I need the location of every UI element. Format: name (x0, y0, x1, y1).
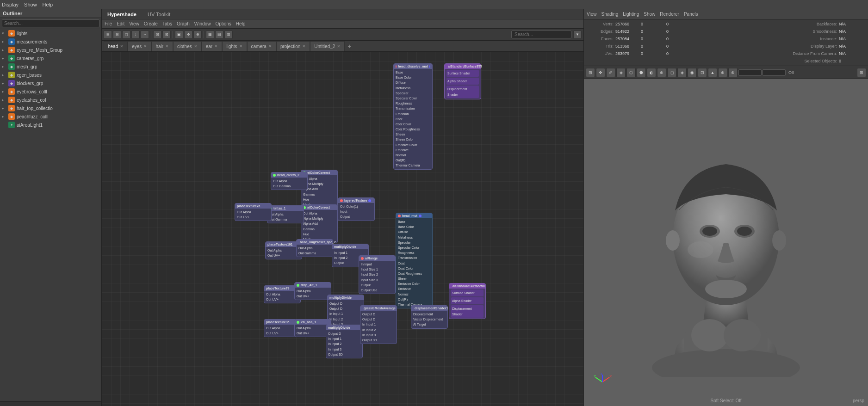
toolbar-btn-zoom[interactable]: ⊕ (193, 31, 202, 39)
tab-uv-toolkit[interactable]: UV Toolkit (145, 11, 173, 18)
vp-val2-input[interactable]: 1.00 (763, 69, 786, 76)
tab-hair[interactable]: hair ✕ (151, 41, 173, 51)
tab-untitled2[interactable]: Untitled_2 ✕ (310, 41, 345, 51)
hypershade-search-input[interactable] (511, 31, 571, 38)
menu-create[interactable]: Create (144, 21, 158, 26)
tab-lights-close[interactable]: ✕ (239, 44, 243, 49)
node-tattas[interactable]: tattas_1 Out Alpha Out Gamma (267, 205, 304, 223)
menu-window[interactable]: Window (194, 21, 211, 26)
node-glass-mesh[interactable]: glassicMeshAverage Output D Output D In … (360, 305, 397, 344)
toolbar-btn-4[interactable]: ↕ (131, 31, 140, 39)
node-ai-range[interactable]: aiRange In Input Input Size 1 Input Size… (359, 255, 396, 294)
tab-camera[interactable]: camera ✕ (247, 41, 276, 51)
menu-graph[interactable]: Graph (177, 21, 190, 26)
vp-btn-15[interactable]: ⊛ (728, 68, 738, 77)
menu-show[interactable]: Show (24, 2, 37, 7)
vp-btn-1[interactable]: ⊞ (586, 68, 595, 77)
vp-val1-input[interactable]: 0.00 (738, 69, 762, 76)
tab-hypershade[interactable]: Hypershade (105, 11, 139, 18)
outliner-item-aiarealight[interactable]: ✦ aiAreaLight1 (0, 121, 101, 129)
menu-options[interactable]: Options (215, 21, 231, 26)
node-ai-standard-2[interactable]: aiStandardSurface50 Surface Shader Alpha… (449, 283, 486, 319)
vp-btn-11[interactable]: ◉ (688, 68, 697, 77)
node-head-elects[interactable]: head_elects_2 Out Alpha Out Gamma (271, 172, 308, 190)
vp-btn-4[interactable]: ◈ (616, 68, 626, 77)
tab-untitled2-close[interactable]: ✕ (337, 44, 341, 49)
vp-btn-5[interactable]: ⬡ (626, 68, 636, 77)
tab-head[interactable]: head ✕ (104, 41, 128, 51)
menu-file[interactable]: File (105, 21, 112, 26)
toolbar-btn-pan[interactable]: ✥ (184, 31, 192, 39)
node-ai-standard-1[interactable]: aiStandardSurface355 Surface Shader Alph… (444, 63, 481, 99)
vp-btn-acgs[interactable]: ⊞ (857, 68, 866, 77)
toolbar-btn-frame[interactable]: ⊡ (153, 31, 161, 39)
outliner-item-measurements[interactable]: ▸ ◆ measurements (0, 37, 101, 46)
outliner-item-hair-top[interactable]: ▸ ◆ hair_top_collectio (0, 104, 101, 112)
toolbar-btn-sel[interactable]: ▣ (175, 31, 183, 39)
outliner-item-eyebrows[interactable]: ▸ ◆ eyebrows_colll (0, 87, 101, 96)
tab-lights[interactable]: lights ✕ (222, 41, 247, 51)
menu-view[interactable]: View (587, 12, 597, 17)
tab-clothes[interactable]: clothes ✕ (173, 41, 202, 51)
node-layered-texture[interactable]: layeredTexture Out Color(1) Input Output (338, 197, 375, 221)
tab-ear[interactable]: ear ✕ (202, 41, 222, 51)
outliner-item-eyelashes[interactable]: ▸ ◆ eyelashes_col (0, 96, 101, 104)
toolbar-btn-2[interactable]: ⊟ (113, 31, 121, 39)
toolbar-btn-fit[interactable]: ⊠ (162, 31, 171, 39)
vp-btn-3[interactable]: ✐ (606, 68, 615, 77)
toolbar-btn-layout2[interactable]: ▤ (215, 31, 223, 39)
node-disp-alt[interactable]: disp_Alt_1 Out Alpha Out UV+ (294, 282, 331, 300)
menu-lighting[interactable]: Lighting (623, 12, 639, 17)
menu-display[interactable]: Display (2, 2, 19, 7)
toolbar-btn-3[interactable]: ◻ (122, 31, 130, 39)
vp-btn-2[interactable]: ✥ (596, 68, 605, 77)
vp-btn-8[interactable]: ⊕ (657, 68, 666, 77)
menu-panels[interactable]: Panels (684, 12, 698, 17)
vp-btn-12[interactable]: ⊡ (698, 68, 707, 77)
outliner-search-input[interactable] (2, 19, 99, 27)
outliner-item-cameras[interactable]: ▸ ◆ cameras_grp (0, 54, 101, 62)
outliner-item-peachfuzz[interactable]: ▸ ◆ peachfuzz_colll (0, 112, 101, 121)
menu-tabs[interactable]: Tabs (162, 21, 172, 26)
menu-view[interactable]: View (129, 21, 139, 26)
menu-show[interactable]: Show (644, 12, 655, 17)
node-editor-canvas[interactable]: head_dissolve_mat Base Base Color Diffus… (102, 52, 583, 406)
menu-help[interactable]: Help (236, 21, 246, 26)
node-multiply-divide-3[interactable]: multiplyDivide Output D In Input 1 In In… (326, 325, 363, 358)
tab-projection[interactable]: projection ✕ (276, 41, 310, 51)
outliner-item-lights[interactable]: ▾ ◆ lights (0, 29, 101, 37)
tab-hair-close[interactable]: ✕ (165, 44, 169, 49)
outliner-item-xgen[interactable]: ▸ ◆ xgen_bases (0, 71, 101, 79)
toolbar-btn-layout3[interactable]: ▥ (224, 31, 233, 39)
add-tab-button[interactable]: + (345, 42, 354, 51)
node-place-texture-1[interactable]: placeTexture76 Out Alpha Out UV+ (235, 203, 272, 221)
tab-projection-close[interactable]: ✕ (302, 44, 306, 49)
tab-clothes-close[interactable]: ✕ (194, 44, 198, 49)
menu-renderer[interactable]: Renderer (660, 12, 679, 17)
menu-edit[interactable]: Edit (117, 21, 124, 26)
node-head-dissolve[interactable]: head_dissolve_mat Base Base Color Diffus… (393, 63, 433, 170)
menu-shading[interactable]: Shading (601, 12, 619, 17)
menu-help[interactable]: Help (43, 2, 53, 7)
toolbar-search-btn[interactable]: ▼ (573, 31, 582, 39)
toolbar-btn-5[interactable]: ↔ (141, 31, 149, 39)
vp-btn-14[interactable]: ⊕ (718, 68, 727, 77)
node-color-correct-2[interactable]: aiColorCorrect Out Alpha Alpha Multiply … (301, 204, 338, 243)
tab-head-close[interactable]: ✕ (120, 44, 124, 49)
outliner-item-mesh-grp[interactable]: ▸ ◆ mesh_grp (0, 62, 101, 71)
vp-btn-10[interactable]: ◈ (677, 68, 687, 77)
tab-eyes-close[interactable]: ✕ (143, 44, 147, 49)
node-head-img-preset[interactable]: head_imgPreset_spc_2 Out Alpha Out Gamma (296, 239, 333, 257)
node-head-mut[interactable]: head_mut Base Base Color Diffuse Metalne… (396, 213, 433, 308)
outliner-item-eyes-mesh[interactable]: ▸ ◆ eyes_re_Mesh_Group (0, 46, 101, 54)
outliner-item-blockers[interactable]: ▸ ◆ blockers_grp (0, 79, 101, 87)
node-displacement[interactable]: displacementShader1 Displacement Vector … (411, 305, 448, 329)
toolbar-btn-layout1[interactable]: ▦ (206, 31, 214, 39)
toolbar-btn-1[interactable]: ⊞ (104, 31, 112, 39)
vp-btn-6[interactable]: ⬣ (637, 68, 646, 77)
tab-ear-close[interactable]: ✕ (214, 44, 218, 49)
3d-viewport[interactable]: X Y Z persp Soft Select: Off (584, 79, 868, 406)
vp-btn-9[interactable]: ◻ (667, 68, 676, 77)
tab-camera-close[interactable]: ✕ (268, 44, 272, 49)
vp-btn-13[interactable]: ▲ (708, 68, 717, 77)
